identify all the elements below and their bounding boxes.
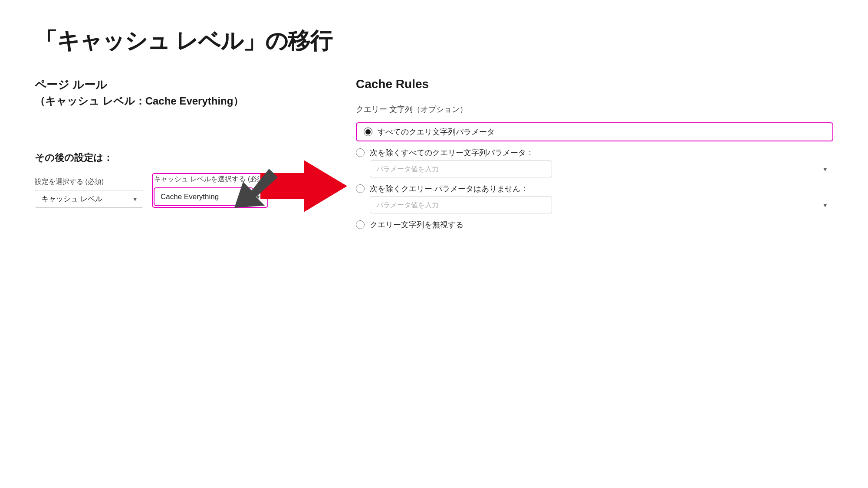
left-panel: ページ ルール （キャッシュ レベル：Cache Everything） その後… [35,77,339,239]
radio-no-params[interactable] [356,184,365,193]
setting-dropdown-wrapper: キャッシュ レベル ▼ [35,190,143,208]
radio-option-exclude-all: 次を除くすべてのクエリー文字列パラメータ： [356,147,833,158]
radio-no-params-label: 次を除くクエリー パラメータはありません： [370,183,528,194]
sub-options-no-params: パラメータ値を入力 ▼ [370,197,833,213]
sub-options-exclude-all: パラメータ値を入力 ▼ [370,160,833,177]
radio-exclude-all-label: 次を除くすべてのクエリー文字列パラメータ： [370,147,534,158]
radio-option-no-params: 次を除くクエリー パラメータはありません： [356,183,833,194]
radio-ignore-label: クエリー文字列を無視する [370,219,464,230]
query-string-label: クエリー 文字列（オプション） [356,104,833,115]
setting-dropdown-group: 設定を選択する (必須) キャッシュ レベル ▼ [35,177,143,208]
page-rules-subtitle: （キャッシュ レベル：Cache Everything） [35,94,312,108]
left-section: 設定を選択する (必須) キャッシュ レベル ▼ キャッシュ レベルを選択する … [35,173,312,208]
radio-all-params-label: すべてのクエリ文字列パラメータ [378,127,495,137]
radio-all-params[interactable] [364,128,372,136]
cache-level-dropdown-label: キャッシュ レベルを選択する (必須) [154,175,266,184]
cache-level-dropdown-arrow-icon: ▼ [255,193,261,200]
radio-exclude-all[interactable] [356,148,365,157]
settings-label: その後の設定は： [35,151,312,164]
cache-rules-title: Cache Rules [356,77,833,91]
cache-level-dropdown-wrapper: Cache Everything ▼ [154,187,266,206]
param-input-no-params[interactable]: パラメータ値を入力 [370,197,552,213]
param-input-exclude-all[interactable]: パラメータ値を入力 [370,160,552,177]
right-panel: Cache Rules クエリー 文字列（オプション） すべてのクエリ文字列パラ… [339,77,833,239]
query-string-section: クエリー 文字列（オプション） すべてのクエリ文字列パラメータ 次を除くすべての… [356,104,833,230]
page-rules-title: ページ ルール [35,77,312,92]
setting-select[interactable]: キャッシュ レベル [35,190,143,208]
param-input-arrow-1-icon: ▼ [822,166,828,173]
radio-option-ignore: クエリー文字列を無視する [356,219,833,230]
page-title: 「キャッシュ レベル」の移行 [35,26,833,56]
cache-level-dropdown-group: キャッシュ レベルを選択する (必須) Cache Everything ▼ [152,173,268,208]
cache-level-select[interactable]: Cache Everything [154,187,253,206]
param-input-wrapper-2: パラメータ値を入力 ▼ [370,197,833,213]
setting-dropdown-label: 設定を選択する (必須) [35,177,143,187]
dropdowns-row: 設定を選択する (必須) キャッシュ レベル ▼ キャッシュ レベルを選択する … [35,173,312,208]
param-input-wrapper-1: パラメータ値を入力 ▼ [370,160,833,177]
param-input-arrow-2-icon: ▼ [822,202,828,209]
radio-ignore[interactable] [356,220,365,229]
radio-option-all-params[interactable]: すべてのクエリ文字列パラメータ [356,122,833,141]
